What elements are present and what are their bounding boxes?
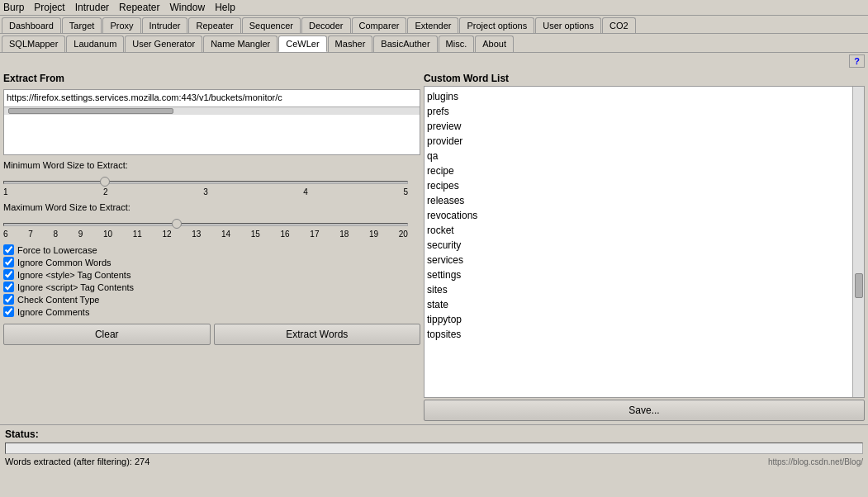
max-word-label: Maximum Word Size to Extract: (3, 202, 420, 212)
max-tick-9: 9 (78, 230, 83, 239)
menu-burp[interactable]: Burp (3, 2, 24, 13)
list-item: services (427, 253, 861, 267)
word-list-area[interactable]: pluginsprefspreviewproviderqareciperecip… (424, 86, 865, 398)
list-item: settings (427, 267, 861, 282)
menu-intruder[interactable]: Intruder (75, 2, 109, 13)
tab-laudanum[interactable]: Laudanum (66, 36, 124, 52)
tab-co2[interactable]: CO2 (602, 17, 636, 33)
force-lowercase-checkbox[interactable] (3, 244, 14, 255)
tab-project-options[interactable]: Project options (459, 17, 534, 33)
scroll-thumb (855, 273, 863, 298)
min-tick-4: 4 (303, 187, 308, 196)
status-bar: Status: Words extracted (after filtering… (0, 424, 868, 470)
menu-help[interactable]: Help (215, 2, 235, 13)
list-item: state (427, 297, 861, 312)
tab-masher[interactable]: Masher (328, 36, 373, 52)
list-item: revocations (427, 208, 861, 223)
checkbox-ignore-comments: Ignore Comments (3, 306, 420, 317)
menu-project[interactable]: Project (34, 2, 64, 13)
tab-intruder[interactable]: Intruder (142, 17, 188, 33)
max-tick-6: 6 (3, 230, 8, 239)
tab-dashboard[interactable]: Dashboard (2, 17, 61, 33)
max-tick-8: 8 (53, 230, 58, 239)
tab-proxy[interactable]: Proxy (102, 17, 140, 33)
check-content-checkbox[interactable] (3, 294, 14, 305)
tab-misc[interactable]: Misc. (439, 36, 475, 52)
list-item: recipe (427, 163, 861, 178)
ignore-comments-checkbox[interactable] (3, 306, 14, 317)
url-text: https://firefox.settings.services.mozill… (4, 90, 420, 105)
tab-comparer[interactable]: Comparer (352, 17, 407, 33)
min-word-label: Minimum Word Size to Extract: (3, 160, 420, 170)
status-text: Words extracted (after filtering): 274 (5, 457, 149, 466)
ignore-style-label: Ignore <style> Tag Contents (17, 270, 130, 280)
extract-words-button[interactable]: Extract Words (214, 324, 421, 345)
tab-extender[interactable]: Extender (407, 17, 458, 33)
min-slider-thumb[interactable] (100, 177, 110, 187)
min-slider-labels: 1 2 3 4 5 (3, 187, 408, 196)
menu-repeater[interactable]: Repeater (119, 2, 159, 13)
checkboxes-section: Force to Lowercase Ignore Common Words I… (3, 244, 420, 317)
list-item: security (427, 238, 861, 253)
menu-bar: Burp Project Intruder Repeater Window He… (0, 0, 868, 16)
menu-window[interactable]: Window (169, 2, 205, 13)
max-tick-15: 15 (251, 230, 260, 239)
scrollbar-thumb (8, 108, 173, 114)
min-slider-track (3, 181, 408, 184)
list-item: sites (427, 282, 861, 297)
word-list: pluginsprefspreviewproviderqareciperecip… (425, 87, 864, 344)
tab-name-mangler[interactable]: Name Mangler (203, 36, 277, 52)
tab-repeater[interactable]: Repeater (188, 17, 240, 33)
tab-target[interactable]: Target (62, 17, 102, 33)
max-tick-11: 11 (133, 230, 142, 239)
ignore-common-checkbox[interactable] (3, 257, 14, 267)
ignore-script-checkbox[interactable] (3, 282, 14, 292)
word-list-title: Custom Word List (424, 73, 865, 84)
min-tick-3: 3 (203, 187, 208, 196)
tab-about[interactable]: About (475, 36, 514, 52)
max-word-section: Maximum Word Size to Extract: 6 7 8 9 10… (3, 202, 420, 239)
checkbox-ignore-script: Ignore <script> Tag Contents (3, 282, 420, 292)
save-button[interactable]: Save... (424, 400, 865, 421)
horizontal-scrollbar[interactable] (4, 106, 420, 115)
min-tick-2: 2 (103, 187, 108, 196)
vertical-scrollbar[interactable] (852, 87, 864, 397)
tab-user-generator[interactable]: User Generator (125, 36, 202, 52)
tab-user-options[interactable]: User options (535, 17, 601, 33)
max-tick-14: 14 (221, 230, 230, 239)
max-tick-19: 19 (369, 230, 378, 239)
max-tick-12: 12 (162, 230, 171, 239)
list-item: prefs (427, 104, 861, 119)
extract-from-area[interactable]: https://firefox.settings.services.mozill… (3, 89, 420, 155)
extract-from-title: Extract From (3, 73, 420, 84)
status-label: Status: (5, 428, 863, 440)
list-item: recipes (427, 178, 861, 193)
clear-button[interactable]: Clear (3, 324, 211, 345)
ignore-style-checkbox[interactable] (3, 269, 14, 280)
list-item: topsites (427, 327, 861, 342)
list-item: releases (427, 193, 861, 208)
help-button[interactable]: ? (849, 54, 865, 68)
status-progress-bar (5, 443, 863, 454)
list-item: rocket (427, 223, 861, 238)
left-panel: Extract From https://firefox.settings.se… (3, 73, 420, 421)
list-item: qa (427, 149, 861, 163)
tab-basicauther[interactable]: BasicAuther (373, 36, 437, 52)
max-slider-thumb[interactable] (172, 219, 182, 229)
max-tick-18: 18 (339, 230, 349, 239)
tab-decoder[interactable]: Decoder (301, 17, 351, 33)
max-tick-7: 7 (28, 230, 33, 239)
save-button-row: Save... (424, 400, 865, 421)
check-content-label: Check Content Type (17, 295, 99, 305)
checkbox-ignore-style: Ignore <style> Tag Contents (3, 269, 420, 280)
max-tick-17: 17 (310, 230, 319, 239)
tab-bar-1: Dashboard Target Proxy Intruder Repeater… (0, 16, 868, 34)
action-buttons: Clear Extract Words (3, 324, 420, 345)
status-url: https://blog.csdn.net/Blog/ (768, 457, 863, 466)
max-tick-10: 10 (103, 230, 112, 239)
ignore-script-label: Ignore <script> Tag Contents (17, 282, 134, 292)
tab-cewler[interactable]: CeWLer (278, 36, 326, 52)
tab-sequencer[interactable]: Sequencer (242, 17, 301, 33)
tab-sqlmapper[interactable]: SQLMapper (2, 36, 65, 52)
max-tick-13: 13 (192, 230, 201, 239)
